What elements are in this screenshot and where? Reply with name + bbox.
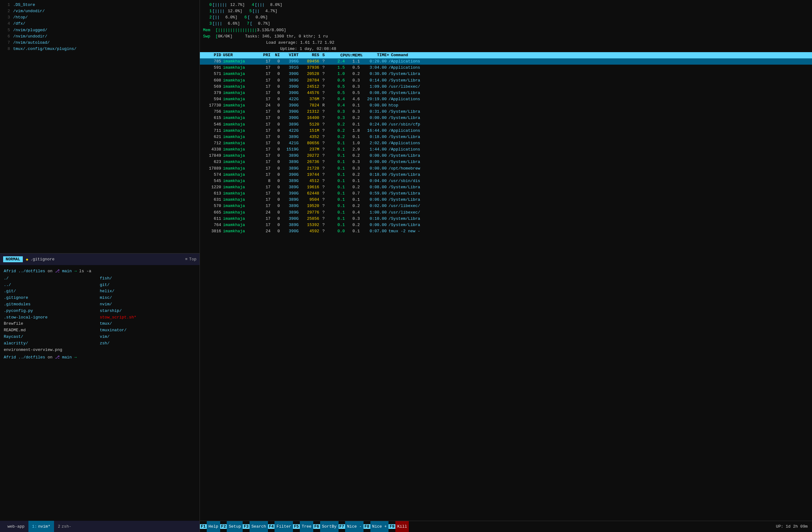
table-row[interactable]: 379 imamkhaja 17 0 390G 44576 ? 0.5 0.5 … [200,90,812,96]
table-row[interactable]: 571 imamkhaja 17 0 390G 20528 ? 1.0 0.2 … [200,71,812,77]
col-s-val: ? [321,134,326,140]
table-row[interactable]: 665 imamkhaja 24 0 389G 29776 ? 0.1 0.4 … [200,209,812,216]
table-row[interactable]: 569 imamkhaja 17 0 390G 24512 ? 0.5 0.3 … [200,84,812,90]
table-row[interactable]: 712 imamkhaja 17 0 421G 80656 ? 0.1 1.0 … [200,140,812,146]
cpu-bar2: [ [250,20,252,27]
col-cmd-val: /usr/libexec/ [389,84,810,90]
col-s-val: R [321,102,326,109]
table-row[interactable]: 615 imamkhaja 17 0 390G 16400 ? 0.3 0.2 … [200,115,812,121]
fn-key-tree[interactable]: F5 Tree [293,521,313,532]
fn-key-search[interactable]: F3 Search [243,521,267,532]
col-ni-val: 0 [272,90,280,96]
fn-key-nice -[interactable]: F7 Nice - [338,521,364,532]
table-row[interactable]: 17849 imamkhaja 17 0 389G 20272 ? 0.1 0.… [200,153,812,159]
table-row[interactable]: 764 imamkhaja 17 0 389G 15392 ? 0.1 0.2 … [200,222,812,228]
col-res-val: 21312 [301,109,319,115]
fn-label: Help [207,521,220,532]
table-row[interactable]: 711 imamkhaja 17 0 422G 151M ? 0.2 1.8 1… [200,128,812,134]
col-user-val: imamkhaja [223,203,257,209]
col-time-val: 0:00.00 [362,222,387,228]
table-row[interactable]: 591 imamkhaja 17 0 391G 37936 ? 1.5 0.5 … [200,65,812,71]
table-row[interactable]: 621 imamkhaja 17 0 389G 4352 ? 0.2 0.1 0… [200,134,812,140]
table-row[interactable]: 17730 imamkhaja 24 0 390G 7824 R 0.4 0.1… [200,102,812,109]
col-virt-val: 389G [282,134,299,140]
col-res: RES [301,53,319,58]
col-pri-val: 17 [259,65,271,71]
tab-nvim-label: nvim* [38,524,50,529]
col-s-val: ? [321,190,326,197]
col-virt-val: 422G [282,96,299,102]
col-res-val: 4592 [301,228,319,235]
proc-rows: 785 imamkhaja 17 0 396G 89456 ? 2.4 1.1 … [200,58,812,521]
col-ni-val: 0 [272,109,280,115]
col-res-val: 29776 [301,209,319,216]
col-cpu-val: 0.1 [328,190,345,197]
table-row[interactable]: 613 imamkhaja 17 0 390G 62448 ? 0.1 0.7 … [200,190,812,197]
table-row[interactable]: 570 imamkhaja 17 0 389G 19520 ? 0.1 0.2 … [200,203,812,209]
fn-key-sortby[interactable]: F6 SortBy [313,521,338,532]
ls-item: Raycast/ [4,334,100,340]
table-row[interactable]: 785 imamkhaja 17 0 396G 89456 ? 2.4 1.1 … [200,58,812,65]
ls-item: .gitmodules [4,301,100,308]
table-row[interactable]: 4338 imamkhaja 17 0 1519G 237M ? 0.1 2.9… [200,146,812,153]
col-user-val: imamkhaja [223,121,257,128]
fn-key-nice +[interactable]: F8 Nice + [364,521,389,532]
col-ni-val: 0 [272,184,280,190]
table-row[interactable]: 574 imamkhaja 17 0 390G 19744 ? 0.1 0.2 … [200,172,812,178]
table-row[interactable]: 3816 imamkhaja 24 0 390G 4592 ? 0.0 0.1 … [200,228,812,235]
fn-key-kill[interactable]: F9 Kill [389,521,409,532]
col-ni-val: 0 [272,209,280,216]
ls-item [100,347,196,353]
col-cmd-val: /System/Libra [389,109,810,115]
col-res-val: 9504 [301,197,319,203]
table-row[interactable]: 631 imamkhaja 17 0 389G 9504 ? 0.1 0.1 0… [200,197,812,203]
col-s-val: ? [321,153,326,159]
ls-item: fish/ [100,275,196,282]
col-s-val: ? [321,84,326,90]
fn-key-filter[interactable]: F4 Filter [268,521,293,532]
col-user-val: imamkhaja [223,115,257,121]
table-row[interactable]: 611 imamkhaja 17 0 390G 25856 ? 0.1 0.3 … [200,216,812,222]
table-row[interactable]: 623 imamkhaja 17 0 389G 26736 ? 0.1 0.3 … [200,159,812,165]
col-pri-val: 17 [259,96,271,102]
ls-item: ./ [4,275,100,282]
line-content: /nvim/autoload/ [13,40,50,46]
col-res-val: 24512 [301,84,319,90]
col-mem-val: 0.3 [347,109,360,115]
swp-bar: [ [216,33,218,40]
ls-item: .stow-local-ignore [4,314,100,321]
col-s-val: ? [321,197,326,203]
col-user-val: imamkhaja [223,190,257,197]
col-cpu-val: 0.2 [328,128,345,134]
table-row[interactable]: 594 imamkhaja 17 0 422G 376M ? 0.4 4.6 2… [200,96,812,102]
col-cmd-val: /Applications [389,96,810,102]
table-row[interactable]: 546 imamkhaja 17 0 389G 5120 ? 0.2 0.1 0… [200,121,812,128]
tab-nvim[interactable]: 1: nvim* [28,521,54,532]
table-row[interactable]: 545 imamkhaja 8 0 389G 4512 ? 0.1 0.1 0:… [200,178,812,184]
tab-web-app[interactable]: web-app [4,521,28,532]
table-row[interactable]: 608 imamkhaja 17 0 389G 28784 ? 0.6 0.3 … [200,77,812,84]
col-pri-val: 17 [259,190,271,197]
cpu-bar: [|| [212,14,220,20]
col-time-val: 0:00.00 [362,102,387,109]
fn-key-setup[interactable]: F2 Setup [220,521,243,532]
proc-table: PID USER PRI NI VIRT RES S CPU%▽MEM% TIM… [200,52,812,521]
col-s-val: ? [321,128,326,134]
table-row[interactable]: 1220 imamkhaja 17 0 389G 19616 ? 0.1 0.2… [200,184,812,190]
cpu-row: 1 [|||| 12.0%] 5 [|| 4.7%] [203,8,809,14]
col-pri-val: 17 [259,146,271,153]
col-mem-val: 0.1 [347,121,360,128]
col-pid-val: 623 [202,159,221,165]
right-panel: 0 [||||| 12.7%] 4 [||| 8.0%] 1 [|||| 12.… [200,0,812,532]
cpu-pct: 12.7%] [228,2,245,8]
fn-key-help[interactable]: F1 Help [200,521,220,532]
col-time-val: 0:00.00 [362,165,387,172]
col-cpu-val: 0.3 [328,109,345,115]
table-row[interactable]: 756 imamkhaja 17 0 390G 21312 ? 0.3 0.3 … [200,109,812,115]
col-cmd-val: /System/Libra [389,216,810,222]
table-row[interactable]: 17889 imamkhaja 17 0 389G 21728 ? 0.1 0.… [200,165,812,172]
line-number: 1 [2,2,10,8]
left-panel: 1.DS_Store2/vim/undodir/3/htop/4/dfx/5/n… [0,0,200,532]
tab-zsh[interactable]: 2 zsh- [54,521,75,532]
col-pri-val: 8 [259,178,271,184]
